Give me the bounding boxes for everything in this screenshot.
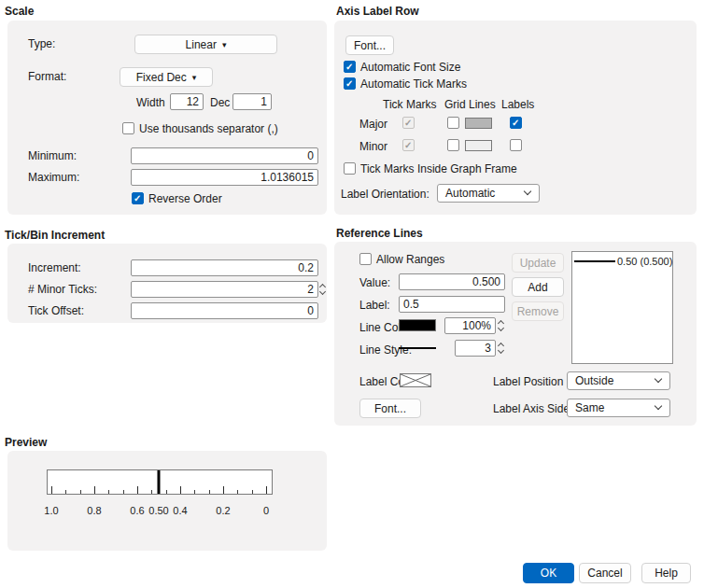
cancel-button[interactable]: Cancel bbox=[579, 563, 631, 583]
type-dropdown[interactable]: Linear bbox=[134, 35, 277, 54]
maximum-input[interactable] bbox=[131, 169, 318, 186]
reference-line-item[interactable]: 0.50 (0.500) bbox=[572, 252, 672, 267]
width-label: Width bbox=[136, 96, 165, 109]
increment-input[interactable] bbox=[131, 259, 318, 276]
format-label: Format: bbox=[28, 70, 66, 83]
add-button[interactable]: Add bbox=[512, 277, 564, 297]
dec-label: Dec bbox=[210, 96, 230, 109]
format-dropdown[interactable]: Fixed Dec bbox=[120, 67, 213, 87]
ok-button[interactable]: OK bbox=[523, 563, 574, 583]
tick-offset-input[interactable] bbox=[131, 302, 318, 319]
major-row-label: Major bbox=[359, 118, 387, 131]
width-input[interactable] bbox=[170, 93, 204, 110]
line-width-input[interactable] bbox=[444, 317, 496, 334]
none-color-x-icon bbox=[401, 374, 430, 386]
preview-tick-label: 0.4 bbox=[173, 505, 187, 516]
reference-font-button[interactable]: Font... bbox=[359, 399, 421, 418]
axis-label-row-section-title: Axis Label Row bbox=[336, 5, 419, 18]
tick-offset-label: Tick Offset: bbox=[28, 304, 84, 317]
major-grid-lines-checkbox[interactable] bbox=[447, 117, 459, 129]
value-label: Value: bbox=[359, 276, 390, 289]
label-orientation-combobox[interactable]: Automatic bbox=[437, 184, 540, 203]
column-header-tick-marks: Tick Marks bbox=[383, 98, 437, 111]
minor-ticks-input[interactable] bbox=[131, 281, 318, 298]
column-header-labels: Labels bbox=[501, 98, 534, 111]
label-position-value: Outside bbox=[575, 374, 613, 387]
minor-grid-lines-checkbox[interactable] bbox=[447, 139, 459, 151]
font-button[interactable]: Font... bbox=[345, 35, 394, 55]
preview-reference-label: 0.50 bbox=[148, 505, 168, 516]
thousands-separator-checkbox[interactable] bbox=[122, 122, 134, 134]
preview-axis: 1.0 0.8 0.6 0.50 0.4 0.2 0 bbox=[41, 465, 278, 519]
label-input[interactable] bbox=[399, 296, 505, 313]
allow-ranges-label[interactable]: Allow Ranges bbox=[376, 253, 444, 266]
auto-font-size-checkbox[interactable] bbox=[344, 61, 356, 73]
reference-lines-listbox[interactable]: 0.50 (0.500) bbox=[571, 251, 673, 364]
value-input[interactable] bbox=[399, 273, 505, 290]
minor-grid-color-swatch[interactable] bbox=[465, 140, 492, 151]
label-axis-side-combobox[interactable]: Same bbox=[567, 399, 670, 417]
reference-line-item-label: 0.50 (0.500) bbox=[617, 256, 672, 267]
reverse-order-label[interactable]: Reverse Order bbox=[148, 192, 222, 205]
remove-button[interactable]: Remove bbox=[512, 301, 564, 321]
label-position-combobox[interactable]: Outside bbox=[567, 371, 670, 390]
axis-settings-dialog: Scale Type: Linear Format: Fixed Dec Wid… bbox=[0, 0, 704, 588]
preview-section-title: Preview bbox=[5, 436, 47, 449]
major-grid-color-swatch[interactable] bbox=[465, 118, 492, 129]
label-orientation-value: Automatic bbox=[445, 187, 495, 200]
dec-input[interactable] bbox=[232, 93, 272, 110]
label-position-label: Label Position bbox=[493, 375, 563, 388]
line-style-label: Line Style: bbox=[359, 343, 412, 357]
preview-tick-label: 0.8 bbox=[87, 505, 101, 516]
allow-ranges-checkbox[interactable] bbox=[359, 253, 372, 265]
minor-row-label: Minor bbox=[359, 140, 387, 153]
tickbin-section-title: Tick/Bin Increment bbox=[5, 229, 105, 242]
label-color-swatch[interactable] bbox=[400, 373, 431, 387]
line-style-input[interactable] bbox=[455, 340, 496, 357]
preview-tick-label: 0 bbox=[263, 505, 269, 516]
update-button[interactable]: Update bbox=[512, 253, 564, 273]
preview-tick-label: 0.2 bbox=[216, 505, 230, 516]
increment-label: Increment: bbox=[28, 261, 81, 274]
minor-ticks-label: # Minor Ticks: bbox=[28, 283, 97, 296]
format-dropdown-value: Fixed Dec bbox=[136, 71, 187, 84]
minor-labels-checkbox[interactable] bbox=[510, 139, 522, 151]
column-header-grid-lines: Grid Lines bbox=[444, 98, 496, 111]
thousands-separator-label[interactable]: Use thousands separator (,) bbox=[139, 122, 278, 135]
auto-tick-marks-checkbox[interactable] bbox=[344, 77, 356, 90]
line-width-spinner[interactable] bbox=[497, 317, 506, 334]
reverse-order-checkbox[interactable] bbox=[132, 192, 144, 204]
label-label: Label: bbox=[359, 299, 390, 312]
minor-tick-marks-checkbox[interactable] bbox=[402, 139, 415, 151]
auto-tick-marks-label[interactable]: Automatic Tick Marks bbox=[360, 77, 467, 91]
inside-frame-label[interactable]: Tick Marks Inside Graph Frame bbox=[360, 162, 517, 175]
preview-reference-line bbox=[158, 470, 161, 494]
label-orientation-label: Label Orientation: bbox=[341, 188, 429, 201]
line-style-spinner[interactable] bbox=[497, 340, 506, 357]
label-axis-side-value: Same bbox=[575, 401, 604, 414]
reference-lines-section-title: Reference Lines bbox=[336, 227, 423, 240]
auto-font-size-label[interactable]: Automatic Font Size bbox=[360, 61, 460, 74]
type-dropdown-value: Linear bbox=[186, 38, 217, 51]
help-button[interactable]: Help bbox=[641, 563, 691, 583]
line-color-swatch[interactable] bbox=[399, 319, 436, 331]
label-axis-side-label: Label Axis Side bbox=[493, 402, 570, 415]
major-labels-checkbox[interactable] bbox=[510, 117, 522, 129]
minimum-label: Minimum: bbox=[28, 149, 77, 162]
minimum-input[interactable] bbox=[131, 147, 318, 164]
line-style-sample[interactable] bbox=[399, 347, 436, 349]
maximum-label: Maximum: bbox=[28, 171, 79, 184]
preview-tick-label: 1.0 bbox=[44, 505, 58, 516]
preview-tick-label: 0.6 bbox=[130, 505, 144, 516]
type-label: Type: bbox=[28, 37, 55, 50]
inside-frame-checkbox[interactable] bbox=[344, 162, 356, 175]
minor-ticks-spinner[interactable] bbox=[318, 281, 328, 298]
scale-section-title: Scale bbox=[5, 5, 34, 18]
major-tick-marks-checkbox[interactable] bbox=[402, 117, 415, 129]
reference-line-sample bbox=[574, 260, 615, 262]
